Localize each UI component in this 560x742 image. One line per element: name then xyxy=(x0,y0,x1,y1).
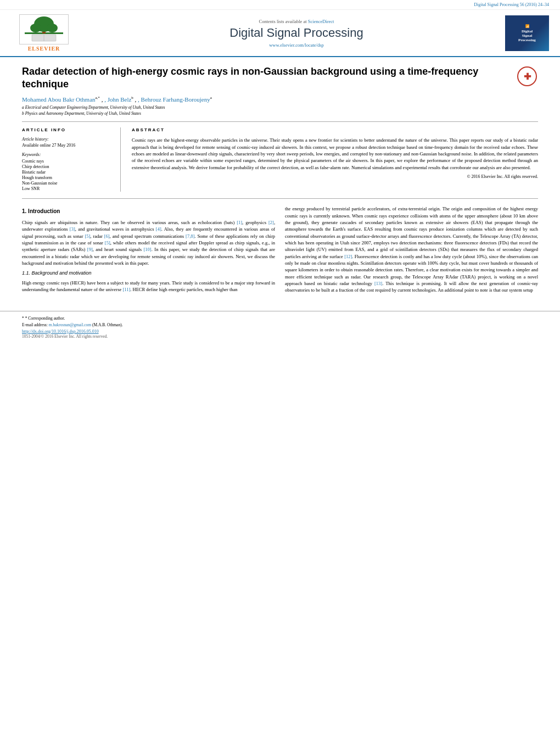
abstract-text: Cosmic rays are the highest-energy obser… xyxy=(132,137,538,171)
journal-main-title: Digital Signal Processing xyxy=(88,26,505,40)
author-1-sup: a,* xyxy=(96,96,100,100)
elsevier-tree-icon xyxy=(19,14,69,44)
available-online: Available online 27 May 2016 xyxy=(22,143,115,148)
header-area: ELSEVIER Contents lists available at Sci… xyxy=(0,10,560,57)
corresponding-author-note: * * Corresponding author. xyxy=(22,316,538,321)
dsp-logo-line3: Processing xyxy=(518,38,536,42)
article-info-heading: ARTICLE INFO xyxy=(22,127,115,132)
intro-paragraph-1: Chirp signals are ubiquitous in nature. … xyxy=(22,219,275,266)
paper-content: Radar detection of high-energy cosmic ra… xyxy=(0,57,560,305)
contents-line: Contents lists available at ScienceDirec… xyxy=(88,19,505,24)
copyright: © 2016 Elsevier Inc. All rights reserved… xyxy=(132,174,538,179)
intro-paragraph-2: High energy cosmic rays (HECR) have been… xyxy=(22,280,275,293)
author-3-sup: a xyxy=(210,96,212,100)
paper-title: Radar detection of high-energy cosmic ra… xyxy=(22,65,511,91)
subsection-1-1-title: 1.1. Background and motivation xyxy=(22,270,275,277)
crossmark-icon: ✚ xyxy=(517,66,537,86)
keyword-6: Low SNR xyxy=(22,186,115,191)
email-note: E-mail address: m.bakrosnan@gmail.com (M… xyxy=(22,322,538,327)
elsevier-wordmark: ELSEVIER xyxy=(28,46,60,52)
author-3-name: , , Behrouz Farhang-Boroujeny xyxy=(135,96,210,102)
article-history-label: Article history: xyxy=(22,137,115,142)
abstract-section: ABSTRACT Cosmic rays are the highest-ene… xyxy=(132,127,538,192)
email-name: (M.A.B. Othman). xyxy=(92,322,123,327)
abstract-heading: ABSTRACT xyxy=(132,127,538,132)
doi-link[interactable]: http://dx.doi.org/10.1016/j.dsp.2016.05.… xyxy=(22,329,538,334)
journal-url[interactable]: www.elsevier.com/locate/dsp xyxy=(88,42,505,48)
info-abstract-section: ARTICLE INFO Article history: Available … xyxy=(22,121,538,192)
section-divider xyxy=(22,198,538,199)
author-1-name: Mohamed Abou Bakr Othman xyxy=(22,96,96,102)
keyword-1: Cosmic rays xyxy=(22,159,115,164)
body-column-right: the energy produced by terrestrial parti… xyxy=(285,205,538,297)
keyword-2: Chirp detection xyxy=(22,164,115,169)
dsp-logo-line1: Digital xyxy=(522,29,533,34)
email-address[interactable]: m.bakrosnan@gmail.com xyxy=(49,322,91,327)
affiliations: a Electrical and Computer Engineering De… xyxy=(22,105,538,116)
paper-title-section: Radar detection of high-energy cosmic ra… xyxy=(22,65,538,91)
affiliation-a: a Electrical and Computer Engineering De… xyxy=(22,105,538,110)
elsevier-logo: ELSEVIER xyxy=(11,14,77,52)
keyword-5: Non-Gaussian noise xyxy=(22,181,115,186)
journal-citation: Digital Signal Processing 56 (2016) 24–3… xyxy=(474,2,549,7)
journal-title-center: Contents lists available at ScienceDirec… xyxy=(88,19,505,48)
section-1-title: 1. Introduction xyxy=(22,208,275,216)
keyword-4: Hough transform xyxy=(22,175,115,180)
author-2-name: , , John Belz xyxy=(102,96,132,102)
body-columns: 1. Introduction Chirp signals are ubiqui… xyxy=(22,205,538,297)
issn-note: 1051-2004/© 2016 Elsevier Inc. All right… xyxy=(22,334,538,339)
body-column-left: 1. Introduction Chirp signals are ubiqui… xyxy=(22,205,275,297)
footer: * * Corresponding author. E-mail address… xyxy=(0,311,560,343)
sciencedirect-link[interactable]: ScienceDirect xyxy=(308,19,334,24)
affiliation-b: b Physics and Astronomy Department, Univ… xyxy=(22,111,538,116)
journal-bar: Digital Signal Processing 56 (2016) 24–3… xyxy=(0,0,560,10)
keywords-label: Keywords: xyxy=(22,152,115,157)
article-info: ARTICLE INFO Article history: Available … xyxy=(22,127,121,192)
keyword-3: Bistatic radar xyxy=(22,170,115,175)
svg-point-4 xyxy=(47,24,58,32)
crossmark: ✚ xyxy=(516,65,538,87)
svg-point-3 xyxy=(30,24,41,32)
right-paragraph-1: the energy produced by terrestrial parti… xyxy=(285,205,538,293)
authors-line: Mohamed Abou Bakr Othmana,* , , John Bel… xyxy=(22,96,538,103)
star-icon: * xyxy=(22,316,24,321)
dsp-logo-line2: Signal xyxy=(522,34,533,38)
author-2-sup: b xyxy=(131,96,133,100)
dsp-logo: 📶 Digital Signal Processing xyxy=(505,15,549,51)
